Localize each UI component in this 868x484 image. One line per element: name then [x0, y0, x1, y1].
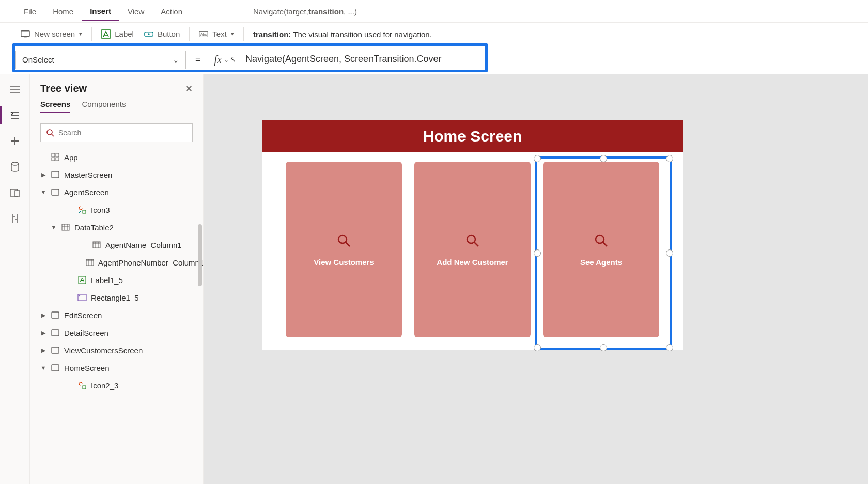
canvas[interactable]: Home Screen View Customers Add New Custo…: [204, 74, 868, 484]
svg-point-17: [79, 207, 82, 210]
close-icon[interactable]: ✕: [185, 83, 193, 95]
chevron-down-icon: ▾: [231, 30, 234, 37]
text-btn-label: Text: [212, 29, 227, 38]
label-icon: [78, 275, 87, 285]
chevron-down-icon[interactable]: ▼: [51, 224, 57, 230]
tools-icon[interactable]: [9, 213, 21, 224]
svg-rect-29: [52, 347, 59, 353]
svg-rect-11: [52, 153, 55, 157]
card-view-customers[interactable]: View Customers: [286, 162, 402, 337]
new-screen-label: New screen: [34, 29, 75, 38]
tree-item-label: Icon3: [91, 206, 110, 214]
tree-item-label: MasterScreen: [64, 170, 112, 179]
screen-icon: [51, 310, 60, 320]
scrollbar-thumb[interactable]: [198, 224, 202, 286]
menu-view[interactable]: View: [119, 2, 152, 20]
chevron-down-icon[interactable]: ▼: [40, 189, 47, 195]
screen-icon: [51, 188, 60, 197]
svg-rect-1: [24, 36, 26, 37]
svg-rect-25: [78, 294, 86, 301]
column-icon: [92, 240, 101, 249]
formula-input[interactable]: Navigate(AgentScreen, ScreenTransition.C…: [240, 51, 853, 68]
fx-button[interactable]: fx ⌄ ↖: [210, 54, 240, 66]
property-selector[interactable]: OnSelect ⌄: [16, 51, 186, 69]
insert-icon[interactable]: [9, 135, 21, 147]
data-icon[interactable]: [9, 161, 21, 173]
svg-rect-13: [52, 158, 55, 161]
card-row: View Customers Add New Customer See Agen…: [262, 152, 683, 350]
equals-sign: =: [195, 54, 201, 65]
tree-item[interactable]: ▶ViewCustomersScreen: [30, 341, 203, 359]
search-icon: [336, 233, 352, 248]
svg-point-31: [79, 382, 82, 385]
chevron-right-icon[interactable]: ▶: [40, 347, 47, 354]
tree-item[interactable]: ▼HomeScreen: [30, 359, 203, 377]
svg-rect-14: [56, 158, 59, 161]
menu-action[interactable]: Action: [152, 2, 191, 20]
tree-item[interactable]: ▶MasterScreen: [30, 166, 203, 183]
tree-item[interactable]: ▶EditScreen: [30, 306, 203, 324]
toolbar: New screen ▾ Label Button Abc Text ▾ tra…: [0, 23, 868, 45]
menu-home[interactable]: Home: [44, 2, 82, 20]
svg-rect-21: [93, 242, 100, 244]
tree-item-label: AgentName_Column1: [105, 241, 182, 249]
chevron-down-icon: ⌄: [173, 55, 179, 65]
tree-item[interactable]: Rectangle1_5: [30, 289, 203, 306]
tree-item[interactable]: ▼AgentScreen: [30, 183, 203, 201]
screen-title: Home Screen: [262, 120, 683, 152]
search-icon: [46, 129, 54, 137]
tree-item[interactable]: AgentName_Column1: [30, 236, 203, 254]
tab-components[interactable]: Components: [82, 100, 126, 113]
hamburger-icon[interactable]: [9, 84, 21, 95]
search-field[interactable]: [58, 129, 187, 137]
column-icon: [86, 258, 94, 267]
button-button[interactable]: Button: [139, 26, 185, 42]
chevron-down-icon[interactable]: ▼: [40, 365, 47, 371]
tree-item-label: Rectangle1_5: [91, 293, 139, 302]
tree-item-label: Label1_5: [91, 276, 123, 285]
tree-item[interactable]: Label1_5: [30, 271, 203, 289]
media-icon[interactable]: [9, 187, 21, 198]
svg-rect-9: [15, 191, 20, 196]
tree-view-icon[interactable]: [9, 110, 21, 121]
tree-item[interactable]: Icon3: [30, 201, 203, 218]
chevron-right-icon[interactable]: ▶: [40, 171, 47, 178]
tooltip-key: transition:: [253, 30, 291, 39]
chevron-right-icon[interactable]: ▶: [40, 330, 47, 336]
app-preview: Home Screen View Customers Add New Custo…: [262, 120, 683, 350]
iconctl-icon: [78, 381, 87, 390]
tree-item[interactable]: ▼DataTable2: [30, 218, 203, 236]
search-icon: [594, 233, 609, 248]
chevron-right-icon[interactable]: ▶: [40, 312, 47, 319]
tree-view-panel: Tree view ✕ Screens Components App▶Maste…: [30, 74, 204, 484]
svg-rect-12: [56, 153, 59, 157]
tree-item[interactable]: ▶DetailScreen: [30, 324, 203, 341]
search-input[interactable]: [40, 123, 193, 142]
fx-icon: fx: [214, 54, 222, 66]
tree-item[interactable]: AgentPhoneNumber_Column1: [30, 254, 203, 271]
screen-icon: [51, 363, 60, 372]
tree-item[interactable]: Icon2_3: [30, 377, 203, 394]
text-button[interactable]: Abc Text ▾: [194, 26, 239, 42]
card-add-customer[interactable]: Add New Customer: [414, 162, 531, 337]
svg-text:Abc: Abc: [200, 32, 207, 36]
text-icon: Abc: [199, 29, 208, 39]
menu-insert[interactable]: Insert: [82, 2, 119, 21]
svg-point-34: [467, 235, 475, 243]
label-btn-label: Label: [115, 29, 134, 38]
screen-icon: [21, 29, 30, 39]
search-icon: [465, 233, 481, 248]
card-see-agents[interactable]: See Agents: [543, 162, 659, 337]
new-screen-button[interactable]: New screen ▾: [16, 26, 87, 42]
svg-point-10: [47, 130, 52, 135]
menu-file[interactable]: File: [16, 2, 44, 20]
formula-bar: OnSelect ⌄ = fx ⌄ ↖ Navigate(AgentScreen…: [0, 45, 868, 74]
label-button[interactable]: Label: [96, 26, 139, 42]
iconctl-icon: [78, 205, 87, 214]
svg-point-33: [338, 235, 347, 243]
tab-screens[interactable]: Screens: [40, 100, 70, 113]
tree-item-label: AgentPhoneNumber_Column1: [98, 258, 203, 267]
table-icon: [61, 223, 70, 232]
left-rail: [0, 74, 30, 484]
tree-item[interactable]: App: [30, 148, 203, 166]
